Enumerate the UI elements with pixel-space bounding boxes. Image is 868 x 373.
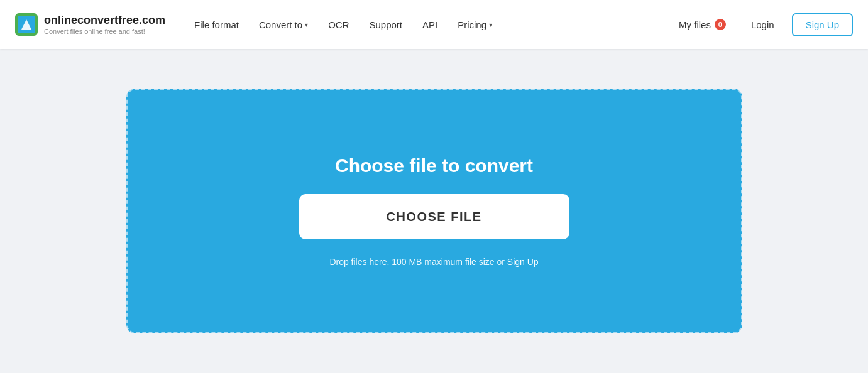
nav-file-format[interactable]: File format	[185, 16, 248, 34]
login-button[interactable]: Login	[744, 16, 782, 34]
logo-icon	[15, 13, 38, 36]
upload-dropzone[interactable]: Choose file to convert CHOOSE FILE Drop …	[126, 89, 742, 333]
my-files-badge: 0	[715, 19, 726, 30]
my-files-label: My files	[679, 19, 711, 30]
signup-link[interactable]: Sign Up	[507, 257, 539, 267]
nav-ocr[interactable]: OCR	[319, 16, 358, 34]
nav-pricing[interactable]: Pricing ▾	[449, 16, 501, 34]
pricing-chevron-icon: ▾	[489, 21, 492, 28]
site-name: onlineconvertfree.com	[44, 14, 165, 28]
drop-hint: Drop files here. 100 MB maximum file siz…	[329, 257, 538, 267]
logo[interactable]: onlineconvertfree.com Convert files onli…	[15, 13, 165, 36]
header-right: My files 0 Login Sign Up	[671, 13, 853, 36]
site-tagline: Convert files online free and fast!	[44, 28, 165, 35]
nav-support[interactable]: Support	[360, 16, 411, 34]
nav-convert-to[interactable]: Convert to ▾	[250, 16, 317, 34]
my-files-button[interactable]: My files 0	[671, 15, 733, 34]
convert-to-chevron-icon: ▾	[305, 21, 308, 28]
signup-button[interactable]: Sign Up	[792, 13, 853, 36]
choose-file-button[interactable]: CHOOSE FILE	[299, 194, 569, 239]
nav-api[interactable]: API	[414, 16, 446, 34]
upload-title: Choose file to convert	[335, 155, 533, 176]
main-nav: File format Convert to ▾ OCR Support API…	[185, 16, 671, 34]
